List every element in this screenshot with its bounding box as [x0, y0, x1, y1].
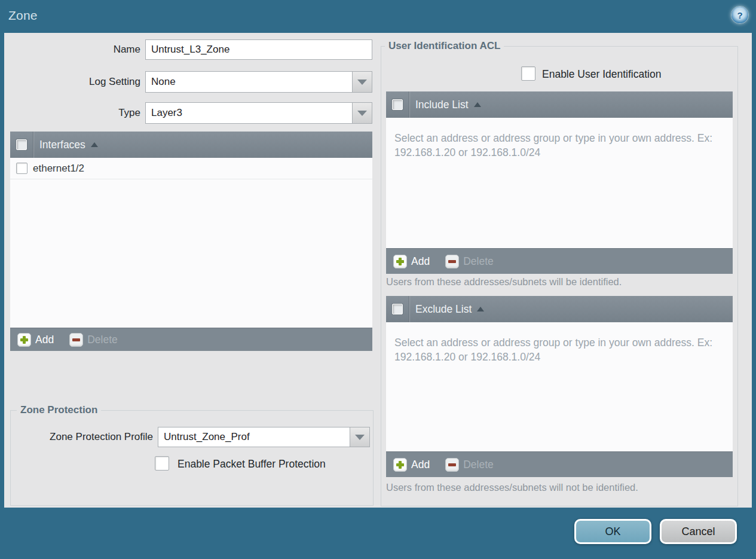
- interfaces-table-header: Interfaces: [10, 132, 372, 158]
- interface-row-checkbox[interactable]: [16, 163, 27, 174]
- chevron-down-icon: [357, 111, 367, 116]
- name-input[interactable]: [145, 39, 372, 60]
- ok-button[interactable]: OK: [574, 519, 651, 544]
- name-label: Name: [4, 39, 140, 60]
- sort-ascending-icon: [91, 142, 98, 147]
- interface-name: ethernet1/2: [33, 163, 84, 175]
- delete-icon: [445, 458, 459, 472]
- include-list-footer: Add Delete: [386, 248, 733, 274]
- zone-protection-profile-input[interactable]: [158, 427, 350, 447]
- exclude-select-all-checkbox[interactable]: [392, 304, 403, 314]
- user-identification-acl-legend: User Identification ACL: [385, 40, 504, 52]
- include-list-body[interactable]: Select an address or address group or ty…: [386, 118, 733, 248]
- chevron-down-icon: [357, 80, 367, 85]
- enable-packet-buffer-protection-checkbox[interactable]: [155, 456, 169, 471]
- interfaces-delete-button[interactable]: Delete: [69, 333, 118, 347]
- dialog-body: Name Log Setting Type Interfaces etherne…: [4, 33, 752, 508]
- cancel-button[interactable]: Cancel: [660, 519, 737, 544]
- chevron-down-icon: [355, 435, 365, 440]
- exclude-column-header[interactable]: Exclude List: [409, 303, 472, 316]
- include-list-placeholder: Select an address or address group or ty…: [394, 131, 720, 160]
- include-delete-button[interactable]: Delete: [445, 255, 494, 268]
- interfaces-table: Interfaces ethernet1/2 Add Delete: [10, 132, 372, 351]
- add-icon: [17, 333, 31, 347]
- include-header-checkbox-cell: [386, 91, 409, 118]
- delete-icon: [69, 333, 83, 347]
- exclude-delete-button[interactable]: Delete: [445, 458, 494, 472]
- user-identification-acl-section: User Identification ACL Enable User Iden…: [381, 46, 738, 506]
- include-column-header[interactable]: Include List: [409, 99, 469, 111]
- enable-user-identification-checkbox[interactable]: [521, 66, 535, 81]
- zone-protection-profile-dropdown-button[interactable]: [350, 427, 370, 447]
- interfaces-header-checkbox-cell: [10, 132, 33, 158]
- interfaces-column-header[interactable]: Interfaces: [33, 139, 85, 151]
- exclude-list-footer: Add Delete: [386, 451, 733, 477]
- exclude-list-body[interactable]: Select an address or address group or ty…: [386, 322, 733, 451]
- include-add-button[interactable]: Add: [393, 255, 430, 268]
- include-list-caption: Users from these addresses/subnets will …: [386, 276, 622, 288]
- sort-ascending-icon: [474, 102, 481, 107]
- enable-user-identification-label: Enable User Identification: [542, 68, 661, 81]
- exclude-list-header: Exclude List: [386, 296, 733, 322]
- enable-packet-buffer-protection-label: Enable Packet Buffer Protection: [177, 458, 326, 471]
- exclude-list-placeholder: Select an address or address group or ty…: [394, 335, 720, 364]
- log-setting-dropdown-button[interactable]: [353, 71, 372, 93]
- interface-row[interactable]: ethernet1/2: [10, 158, 372, 179]
- type-input[interactable]: [145, 102, 353, 124]
- include-list-header: Include List: [386, 91, 733, 118]
- type-dropdown-button[interactable]: [353, 102, 372, 124]
- zone-protection-profile-label: Zone Protection Profile: [11, 427, 153, 447]
- include-list-table: Include List Select an address or addres…: [386, 91, 733, 274]
- exclude-add-button[interactable]: Add: [393, 458, 430, 472]
- interfaces-table-body: ethernet1/2: [10, 158, 372, 328]
- interfaces-add-button[interactable]: Add: [17, 333, 54, 347]
- type-label: Type: [4, 102, 140, 124]
- exclude-header-checkbox-cell: [386, 296, 409, 322]
- dialog-title: Zone: [8, 8, 38, 23]
- interfaces-table-footer: Add Delete: [10, 328, 372, 351]
- sort-ascending-icon: [477, 307, 484, 311]
- exclude-list-caption: Users from these addresses/subnets will …: [386, 482, 638, 493]
- exclude-list-table: Exclude List Select an address or addres…: [386, 296, 733, 477]
- delete-icon: [445, 255, 459, 268]
- interfaces-select-all-checkbox[interactable]: [16, 139, 27, 150]
- log-setting-label: Log Setting: [4, 71, 140, 93]
- add-icon: [393, 255, 407, 268]
- add-icon: [393, 458, 407, 472]
- help-icon[interactable]: ?: [731, 7, 748, 23]
- log-setting-input[interactable]: [145, 71, 353, 93]
- zone-protection-section: Zone Protection Zone Protection Profile …: [10, 410, 374, 506]
- include-select-all-checkbox[interactable]: [392, 99, 403, 110]
- zone-protection-legend: Zone Protection: [17, 404, 101, 416]
